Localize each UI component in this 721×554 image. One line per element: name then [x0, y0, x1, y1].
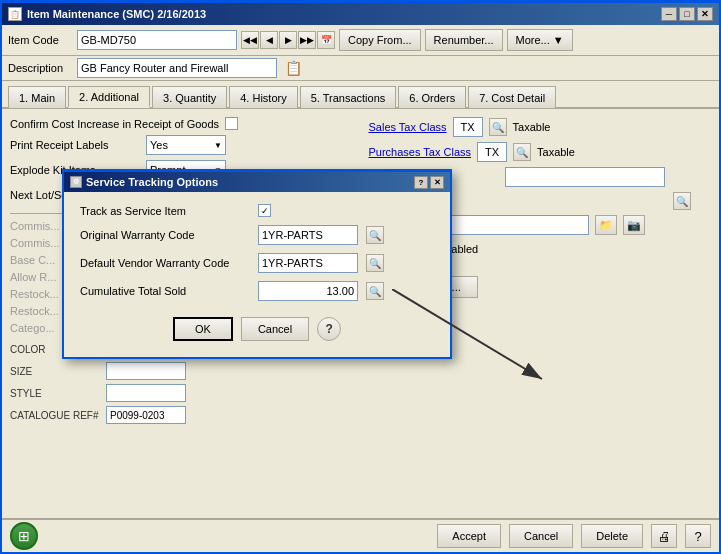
dialog-title-buttons: ? ✕: [414, 176, 444, 189]
cancel-main-button[interactable]: Cancel: [509, 524, 573, 548]
nav-prev-button[interactable]: ◀: [260, 31, 278, 49]
window-icon: 📋: [8, 7, 22, 21]
track-service-label: Track as Service Item: [80, 205, 250, 217]
orig-warranty-search-button[interactable]: 🔍: [366, 226, 384, 244]
tab-additional[interactable]: 2. Additional: [68, 86, 150, 108]
maximize-button[interactable]: □: [679, 7, 695, 21]
window-title: Item Maintenance (SMC) 2/16/2013: [27, 8, 206, 20]
cancel-button[interactable]: Cancel: [241, 317, 309, 341]
tab-quantity[interactable]: 3. Quantity: [152, 86, 227, 108]
minimize-button[interactable]: ─: [661, 7, 677, 21]
dialog-icon: ⚙: [70, 176, 82, 188]
nav-group: ◀◀ ◀ ▶ ▶▶ 📅: [241, 31, 335, 49]
dialog-help-title-button[interactable]: ?: [414, 176, 428, 189]
description-input[interactable]: [77, 58, 277, 78]
more-button[interactable]: More... ▼: [507, 29, 573, 51]
dialog-buttons: OK Cancel ?: [80, 309, 434, 345]
print-icon[interactable]: 🖨: [651, 524, 677, 548]
nav-first-button[interactable]: ◀◀: [241, 31, 259, 49]
default-vendor-search-button[interactable]: 🔍: [366, 254, 384, 272]
orig-warranty-label: Original Warranty Code: [80, 229, 250, 241]
orig-warranty-input[interactable]: [258, 225, 358, 245]
toolbar: Item Code ◀◀ ◀ ▶ ▶▶ 📅 Copy From... Renum…: [2, 25, 719, 56]
description-row: Description 📋: [2, 56, 719, 81]
nav-last-button[interactable]: ▶▶: [298, 31, 316, 49]
description-label: Description: [8, 62, 73, 74]
help-icon[interactable]: ?: [685, 524, 711, 548]
dialog-title-bar: ⚙ Service Tracking Options ? ✕: [64, 172, 450, 192]
title-bar-buttons: ─ □ ✕: [661, 7, 713, 21]
tab-main[interactable]: 1. Main: [8, 86, 66, 108]
tabs-bar: 1. Main 2. Additional 3. Quantity 4. His…: [2, 81, 719, 109]
cumulative-search-button[interactable]: 🔍: [366, 282, 384, 300]
cumulative-row: Cumulative Total Sold 🔍: [80, 281, 434, 301]
content-area: Confirm Cost Increase in Receipt of Good…: [2, 109, 719, 518]
dialog-content: Track as Service Item Original Warranty …: [64, 192, 450, 357]
accept-button[interactable]: Accept: [437, 524, 501, 548]
dialog-help-button[interactable]: ?: [317, 317, 341, 341]
delete-button[interactable]: Delete: [581, 524, 643, 548]
calendar-icon[interactable]: 📅: [317, 31, 335, 49]
default-vendor-input[interactable]: [258, 253, 358, 273]
ok-button[interactable]: OK: [173, 317, 233, 341]
memo-icon[interactable]: 📋: [285, 60, 302, 76]
tab-transactions[interactable]: 5. Transactions: [300, 86, 397, 108]
status-bar: ⊞ Accept Cancel Delete 🖨 ?: [2, 518, 719, 552]
tab-cost-detail[interactable]: 7. Cost Detail: [468, 86, 556, 108]
more-label: More...: [516, 34, 550, 46]
renumber-button[interactable]: Renumber...: [425, 29, 503, 51]
item-code-input[interactable]: [77, 30, 237, 50]
service-tracking-dialog: ⚙ Service Tracking Options ? ✕ Track as …: [62, 169, 452, 359]
dialog-title-text: Service Tracking Options: [86, 176, 218, 188]
nav-next-button[interactable]: ▶: [279, 31, 297, 49]
item-code-label: Item Code: [8, 34, 73, 46]
cumulative-input[interactable]: [258, 281, 358, 301]
default-vendor-label: Default Vendor Warranty Code: [80, 257, 250, 269]
dialog-overlay: ⚙ Service Tracking Options ? ✕ Track as …: [2, 109, 719, 518]
default-vendor-row: Default Vendor Warranty Code 🔍: [80, 253, 434, 273]
copy-from-button[interactable]: Copy From...: [339, 29, 421, 51]
tab-history[interactable]: 4. History: [229, 86, 297, 108]
tab-orders[interactable]: 6. Orders: [398, 86, 466, 108]
title-bar: 📋 Item Maintenance (SMC) 2/16/2013 ─ □ ✕: [2, 3, 719, 25]
orig-warranty-row: Original Warranty Code 🔍: [80, 225, 434, 245]
cumulative-label: Cumulative Total Sold: [80, 285, 250, 297]
dialog-close-button[interactable]: ✕: [430, 176, 444, 189]
start-button[interactable]: ⊞: [10, 522, 38, 550]
track-service-row: Track as Service Item: [80, 204, 434, 217]
more-dropdown-icon: ▼: [553, 34, 564, 46]
main-window: 📋 Item Maintenance (SMC) 2/16/2013 ─ □ ✕…: [0, 0, 721, 554]
track-service-checkbox[interactable]: [258, 204, 271, 217]
item-code-row: Item Code: [8, 30, 237, 50]
close-button[interactable]: ✕: [697, 7, 713, 21]
